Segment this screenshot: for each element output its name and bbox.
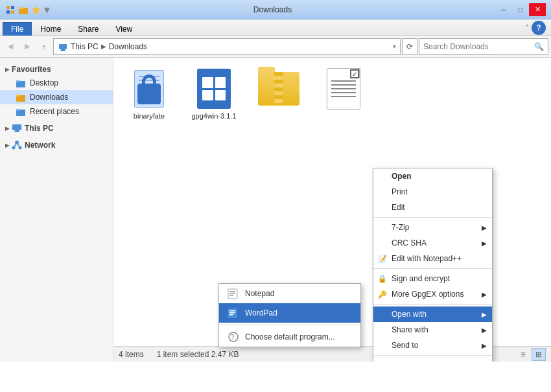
- ctx-more-gpgex[interactable]: 🔑 More GpgEX options ▶: [373, 286, 492, 302]
- tab-file[interactable]: File: [3, 22, 32, 36]
- file-checkbox[interactable]: [350, 69, 359, 78]
- win-pane-1: [202, 77, 213, 88]
- this-pc-icon-addr: [58, 41, 68, 52]
- file-item-binaryfate[interactable]: binaryfate: [120, 64, 178, 124]
- ribbon-tabs-row: File Home Share View ˄ ?: [0, 19, 551, 35]
- ctx-divider-2: [373, 268, 492, 269]
- ribbon-expand-button[interactable]: ˄: [523, 23, 532, 32]
- svg-marker-6: [32, 6, 41, 15]
- search-input[interactable]: [423, 42, 534, 51]
- file-grid: binaryfate gpg4win-3.1.1: [120, 64, 545, 124]
- ctx-open-label: Open: [392, 172, 412, 181]
- svg-rect-18: [14, 132, 20, 132]
- sidebar-favourites-header[interactable]: Favourites: [0, 63, 113, 76]
- ctx-openwith-arrow: ▶: [482, 311, 487, 318]
- maximize-button[interactable]: □: [512, 3, 529, 16]
- file-item-note[interactable]: [314, 64, 373, 124]
- tab-home[interactable]: Home: [32, 22, 69, 36]
- list-view-button[interactable]: ≡: [516, 348, 530, 361]
- tab-view[interactable]: View: [107, 22, 141, 36]
- computer-icon: [12, 123, 22, 133]
- file-item-zip[interactable]: [250, 64, 308, 124]
- ctx-open-with[interactable]: Open with ▶: [373, 306, 492, 322]
- file-label-binaryfate: binaryfate: [134, 112, 165, 120]
- svg-rect-1: [11, 6, 14, 9]
- window-title: Downloads: [50, 5, 495, 14]
- ctx-crcsha-label: CRC SHA: [392, 238, 427, 248]
- up-button[interactable]: ↑: [36, 39, 52, 54]
- title-bar-expand: ▾: [44, 3, 50, 17]
- svg-rect-15: [16, 109, 20, 111]
- ctx-7zip[interactable]: 7-Zip ▶: [373, 220, 492, 235]
- sidebar-item-downloads[interactable]: Downloads: [0, 90, 113, 104]
- ctx-open[interactable]: Open: [373, 168, 492, 184]
- ctx-notepadpp-label: Edit with Notepad++: [392, 254, 462, 263]
- note-line-3: [331, 88, 356, 89]
- ctx-cut[interactable]: Cut: [373, 358, 492, 362]
- ctx-edit-label: Edit: [392, 203, 405, 212]
- minimize-button[interactable]: ─: [495, 3, 512, 16]
- open-with-submenu: Notepad WordPad ?: [218, 283, 361, 347]
- sidebar-network-header[interactable]: Network: [0, 138, 113, 152]
- path-arrow-1: ▶: [101, 43, 106, 50]
- svg-rect-16: [12, 124, 21, 130]
- file-icon-zip: [258, 68, 299, 110]
- gpg-icon-ctx: 🔒: [377, 273, 388, 284]
- ctx-send-to[interactable]: Send to ▶: [373, 338, 492, 353]
- sidebar-item-recent[interactable]: Recent places: [0, 104, 113, 119]
- recent-folder-icon: [16, 106, 26, 117]
- path-this-pc[interactable]: This PC: [71, 42, 99, 51]
- choose-program-icon: ?: [227, 330, 240, 343]
- svg-rect-13: [16, 95, 20, 97]
- address-path[interactable]: This PC ▶ Downloads ▾: [53, 38, 401, 55]
- title-bar: ▾ Downloads ─ □ ✕: [0, 0, 551, 19]
- ctx-sendto-label: Send to: [392, 341, 418, 350]
- downloads-folder-icon: [16, 92, 26, 102]
- back-button[interactable]: ◀: [3, 39, 18, 54]
- file-item-gpg4win[interactable]: gpg4win-3.1.1: [185, 64, 243, 124]
- desktop-folder-icon: [16, 78, 26, 88]
- sub-item-wordpad[interactable]: WordPad: [219, 303, 360, 323]
- close-button[interactable]: ✕: [529, 3, 546, 16]
- note-line-4: [331, 92, 356, 93]
- sidebar-recent-label: Recent places: [30, 107, 79, 116]
- ctx-share-with[interactable]: Share with ▶: [373, 322, 492, 338]
- svg-rect-29: [229, 310, 235, 312]
- sub-notepad-label: Notepad: [245, 289, 274, 298]
- title-bar-icons: ▾: [5, 3, 50, 17]
- ctx-crcsha[interactable]: CRC SHA ▶: [373, 235, 492, 251]
- ctx-print[interactable]: Print: [373, 184, 492, 200]
- grid-view-button[interactable]: ⊞: [532, 348, 546, 361]
- forward-button[interactable]: ▶: [19, 39, 35, 54]
- file-area: binaryfate gpg4win-3.1.1: [113, 58, 551, 362]
- sidebar-network-section: Network: [0, 138, 113, 152]
- ctx-edit[interactable]: Edit: [373, 200, 492, 215]
- sub-item-choose[interactable]: ? Choose default program...: [219, 327, 360, 347]
- search-icon: 🔍: [534, 42, 544, 51]
- dropdown-arrow[interactable]: ▾: [393, 43, 396, 50]
- ctx-sign-encrypt[interactable]: 🔒 Sign and encrypt: [373, 271, 492, 286]
- sidebar-item-desktop[interactable]: Desktop: [0, 76, 113, 90]
- svg-rect-11: [16, 80, 20, 82]
- notepad-icon: [227, 287, 240, 300]
- note-line-1: [331, 80, 356, 82]
- quick-access-icon: [31, 5, 41, 15]
- search-box[interactable]: 🔍: [419, 38, 548, 55]
- network-icon: [12, 140, 22, 150]
- ctx-openwith-label: Open with: [392, 310, 427, 319]
- ctx-7zip-arrow: ▶: [482, 224, 487, 231]
- sub-item-notepad[interactable]: Notepad: [219, 284, 360, 303]
- folder-icon-title: [18, 5, 29, 15]
- address-bar: ◀ ▶ ↑ This PC ▶ Downloads ▾ ⟳ 🔍: [0, 36, 551, 58]
- app-icon: [5, 5, 16, 15]
- sidebar-computer-header[interactable]: This PC: [0, 121, 113, 135]
- svg-rect-2: [6, 10, 10, 14]
- svg-rect-30: [229, 312, 235, 314]
- tab-share[interactable]: Share: [69, 22, 107, 36]
- path-downloads[interactable]: Downloads: [109, 42, 147, 51]
- ctx-notepadpp[interactable]: 📝 Edit with Notepad++: [373, 251, 492, 266]
- help-button[interactable]: ?: [532, 21, 546, 35]
- notepadpp-icon: 📝: [377, 253, 388, 264]
- sidebar: Favourites Desktop Downloads Recent plac…: [0, 58, 113, 362]
- refresh-button[interactable]: ⟳: [402, 38, 417, 55]
